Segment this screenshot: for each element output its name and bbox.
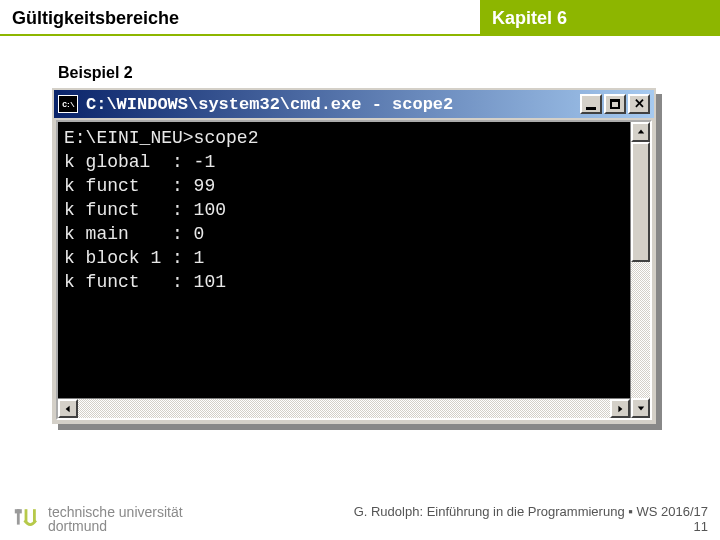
maximize-button[interactable] xyxy=(604,94,626,114)
footer-credit: G. Rudolph: Einführung in die Programmie… xyxy=(354,504,708,534)
horizontal-scrollbar[interactable] xyxy=(58,398,630,418)
header-chapter: Kapitel 6 xyxy=(480,0,720,36)
scroll-up-button[interactable] xyxy=(631,122,650,142)
university-logo: technische universität dortmund xyxy=(12,505,183,534)
scroll-down-button[interactable] xyxy=(631,398,650,418)
vscroll-track[interactable] xyxy=(631,262,650,398)
page-number: 11 xyxy=(354,519,708,534)
cmd-titlebar: C:\ C:\WINDOWS\system32\cmd.exe - scope2 xyxy=(54,90,654,118)
slide-footer: technische universität dortmund G. Rudol… xyxy=(12,504,708,534)
lecturer-credit: G. Rudolph: Einführung in die Programmie… xyxy=(354,504,708,519)
uni-name-line1: technische universität xyxy=(48,505,183,520)
svg-marker-2 xyxy=(637,130,643,134)
header-topic: Gültigkeitsbereiche xyxy=(0,0,480,36)
scroll-left-button[interactable] xyxy=(58,399,78,418)
minimize-button[interactable] xyxy=(580,94,602,114)
cmd-title-text: C:\WINDOWS\system32\cmd.exe - scope2 xyxy=(82,95,576,114)
tu-logo-icon xyxy=(12,505,40,533)
svg-rect-6 xyxy=(25,510,28,523)
slide-header: Gültigkeitsbereiche Kapitel 6 xyxy=(0,0,720,36)
hscroll-track[interactable] xyxy=(78,399,610,418)
svg-rect-5 xyxy=(17,510,20,525)
cmd-window: C:\ C:\WINDOWS\system32\cmd.exe - scope2… xyxy=(52,88,656,424)
svg-marker-1 xyxy=(618,405,622,411)
close-button[interactable] xyxy=(628,94,650,114)
example-label: Beispiel 2 xyxy=(58,64,133,82)
scroll-right-button[interactable] xyxy=(610,399,630,418)
uni-name-line2: dortmund xyxy=(48,519,183,534)
vscroll-thumb[interactable] xyxy=(631,142,650,262)
cmd-client-area: E:\EINI_NEU>scope2 k global : -1 k funct… xyxy=(56,120,652,420)
svg-marker-3 xyxy=(637,406,643,410)
svg-rect-7 xyxy=(33,510,36,523)
cmd-output[interactable]: E:\EINI_NEU>scope2 k global : -1 k funct… xyxy=(58,122,630,398)
cmd-system-icon[interactable]: C:\ xyxy=(58,95,78,113)
vertical-scrollbar[interactable] xyxy=(630,122,650,418)
svg-marker-0 xyxy=(66,405,70,411)
window-controls xyxy=(580,94,650,114)
